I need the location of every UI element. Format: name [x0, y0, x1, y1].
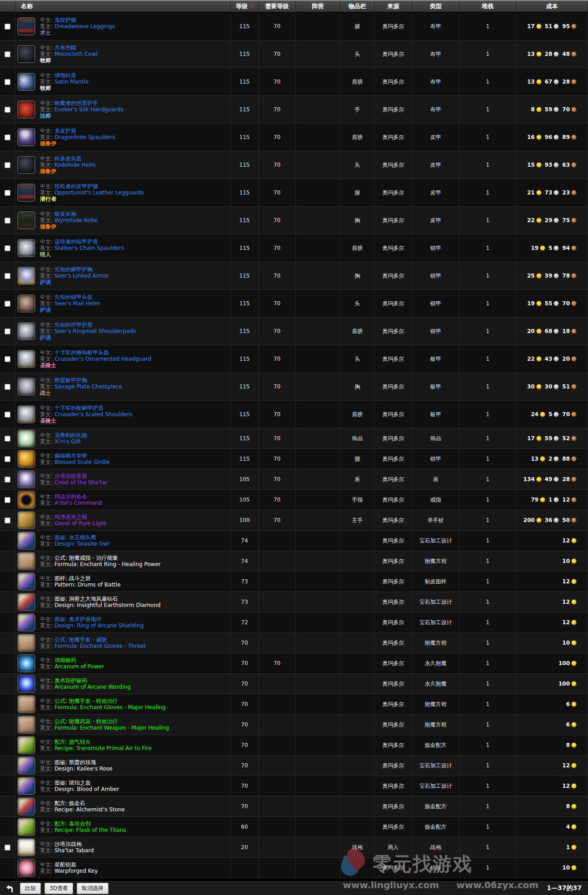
item-icon[interactable]	[17, 491, 35, 509]
item-name-en[interactable]: Satin Mantle	[54, 79, 89, 85]
item-name-en[interactable]: Blessed Scale Girdle	[54, 459, 110, 465]
item-icon[interactable]	[17, 322, 35, 340]
item-icon[interactable]	[17, 294, 35, 313]
item-icon[interactable]	[17, 128, 35, 146]
item-name-cn[interactable]: 克希利的礼物	[54, 432, 87, 438]
item-icon[interactable]	[17, 378, 35, 396]
item-icon[interactable]	[17, 73, 35, 91]
item-icon[interactable]	[17, 156, 35, 174]
row-checkbox[interactable]	[5, 218, 10, 224]
row-checkbox[interactable]	[5, 79, 10, 85]
column-header-faction[interactable]: 阵营	[296, 1, 341, 12]
item-name-en[interactable]: Opportunist's Leather Legguards	[54, 189, 144, 196]
item-name-en[interactable]: Recipe: Alchemist's Stone	[54, 806, 125, 813]
item-name-en[interactable]: Recipe: Transmute Primal Air to Fire	[54, 745, 152, 751]
row-checkbox[interactable]	[5, 436, 10, 442]
column-header-name[interactable]: 名称	[15, 1, 231, 12]
item-icon[interactable]	[17, 211, 35, 229]
item-name-cn[interactable]: 强能秘药	[54, 657, 76, 663]
item-icon[interactable]	[17, 797, 35, 815]
item-name-cn[interactable]: 月布兜帽	[54, 45, 76, 51]
column-header-required-level[interactable]: 需要等级	[259, 1, 296, 12]
item-name-cn[interactable]: 蟒皮长袍	[54, 211, 76, 217]
item-name-cn[interactable]: 配方: 炼金石	[54, 800, 85, 806]
item-name-en[interactable]: Design: Ring of Arcane Shielding	[54, 622, 143, 629]
item-name-en[interactable]: Crusader's Ornamented Headguard	[54, 356, 151, 362]
item-icon[interactable]	[17, 572, 35, 591]
item-icon[interactable]	[17, 859, 35, 877]
item-name-en[interactable]: Gavel of Pure Light	[54, 520, 106, 527]
item-name-en[interactable]: Arcanum of Power	[54, 663, 104, 670]
item-name-cn[interactable]: 先知的锁甲头盔	[54, 294, 93, 300]
item-name-en[interactable]: Design: Insightful Earthstorm Diamond	[54, 602, 161, 608]
item-icon[interactable]	[17, 675, 35, 693]
item-name-cn[interactable]: 图鉴: 琥珀之血	[54, 780, 91, 786]
item-icon[interactable]	[17, 654, 35, 672]
row-checkbox[interactable]	[5, 328, 10, 334]
item-name-cn[interactable]: 公式: 附魔武器 - 特效治疗	[54, 718, 118, 725]
item-name-cn[interactable]: 沙塔尔纹章盾	[54, 473, 87, 479]
column-header-stack[interactable]: 堆栈	[460, 1, 516, 12]
row-checkbox[interactable]	[5, 134, 10, 140]
item-icon[interactable]	[17, 45, 35, 63]
item-icon[interactable]	[17, 613, 35, 631]
row-checkbox[interactable]	[5, 497, 10, 503]
return-arrow-icon[interactable]	[6, 885, 15, 893]
item-name-cn[interactable]: 先知的环甲护肩	[54, 322, 93, 328]
item-name-cn[interactable]: 沙塔尔战袍	[54, 841, 82, 847]
item-name-en[interactable]: Seer's Linked Armor	[54, 273, 109, 279]
item-name-en[interactable]: Savage Plate Chestpiece	[54, 383, 122, 390]
item-icon[interactable]	[17, 736, 35, 754]
item-name-cn[interactable]: 唤魔者的丝质护手	[54, 100, 98, 106]
item-name-en[interactable]: Dreadweave Leggings	[54, 23, 115, 30]
item-name-cn[interactable]: 十字军的板鳞甲护肩	[54, 405, 104, 411]
item-name-en[interactable]: Mooncloth Cowl	[54, 51, 98, 57]
item-name-cn[interactable]: 先知的鳞甲护胸	[54, 266, 93, 273]
compare-button[interactable]: 比较	[20, 883, 41, 894]
item-icon[interactable]	[17, 634, 35, 652]
item-name-cn[interactable]: 奥术防护秘药	[54, 677, 87, 684]
row-checkbox[interactable]	[5, 412, 10, 418]
row-checkbox[interactable]	[5, 162, 10, 168]
item-name-cn[interactable]: 配方: 源气转火	[54, 739, 91, 745]
item-name-cn[interactable]: 十字军的雕饰板甲头盔	[54, 349, 109, 356]
item-name-en[interactable]: Formula: Enchant Gloves - Threat	[54, 643, 146, 649]
row-checkbox[interactable]	[5, 384, 10, 390]
column-header-level[interactable]: 等级▼	[231, 1, 259, 12]
row-checkbox[interactable]	[5, 517, 10, 523]
item-name-en[interactable]: Formula: Enchant Gloves - Major Healing	[54, 704, 166, 711]
view-3d-button[interactable]: 3D查看	[44, 883, 73, 894]
item-name-en[interactable]: A'dal's Command	[54, 500, 102, 506]
column-header-cost[interactable]: 成本	[516, 1, 588, 12]
item-name-cn[interactable]: 图鉴: 洞察之大地风暴钻石	[54, 596, 118, 602]
item-name-en[interactable]: Dragonhide Spaulders	[54, 134, 115, 140]
item-name-cn[interactable]: 阿达尔的命令	[54, 493, 87, 500]
item-icon[interactable]	[17, 716, 35, 734]
item-name-cn[interactable]: 鬼纹护腿	[54, 17, 76, 23]
item-name-en[interactable]: Evoker's Silk Handguards	[54, 106, 124, 113]
item-icon[interactable]	[17, 777, 35, 795]
item-icon[interactable]	[17, 756, 35, 775]
item-icon[interactable]	[17, 429, 35, 448]
item-icon[interactable]	[17, 532, 35, 550]
item-name-en[interactable]: Seer's Mail Helm	[54, 300, 100, 307]
item-icon[interactable]	[17, 17, 35, 35]
item-icon[interactable]	[17, 552, 35, 570]
item-name-en[interactable]: Design: Blood of Amber	[54, 786, 119, 792]
item-name-en[interactable]: Recipe: Flask of the Titans	[54, 827, 126, 833]
item-icon[interactable]	[17, 100, 35, 119]
item-name-cn[interactable]: 龙皮护肩	[54, 128, 76, 134]
item-name-en[interactable]: Kodohide Helm	[54, 162, 96, 168]
row-checkbox[interactable]	[5, 51, 10, 57]
item-name-cn[interactable]: 星船钥匙	[54, 861, 76, 868]
item-name-en[interactable]: Stalker's Chain Spaulders	[54, 245, 124, 251]
item-icon[interactable]	[17, 350, 35, 368]
row-checkbox[interactable]	[5, 273, 10, 279]
item-name-cn[interactable]: 公式: 附魔手套 - 威胁	[54, 636, 107, 643]
item-icon[interactable]	[17, 470, 35, 488]
item-name-cn[interactable]: 图鉴: 水玉猫头鹰	[54, 534, 96, 541]
item-icon[interactable]	[17, 838, 35, 856]
column-header-type[interactable]: 类型	[412, 1, 460, 12]
item-icon[interactable]	[17, 695, 35, 713]
item-icon[interactable]	[17, 818, 35, 836]
